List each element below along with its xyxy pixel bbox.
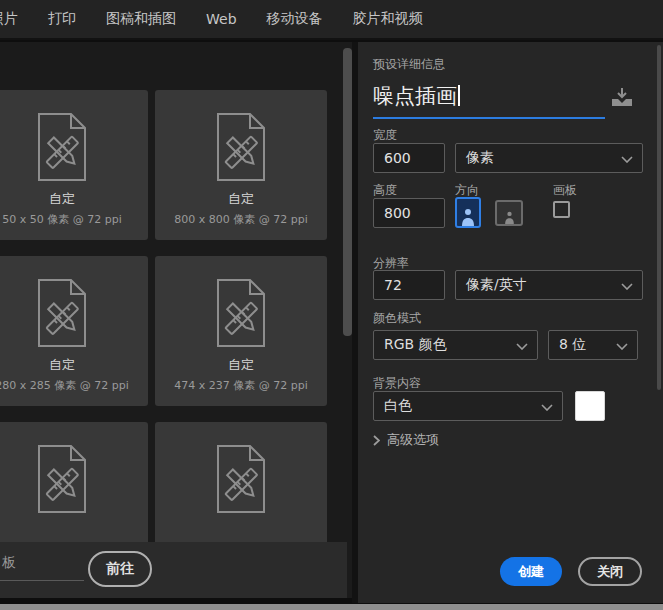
preset-dimensions: 280 x 285 像素 @ 72 ppi xyxy=(0,378,129,393)
document-title-input[interactable]: 噪点插画 xyxy=(373,82,605,119)
background-contents-dropdown[interactable]: 白色 xyxy=(373,391,563,421)
chevron-down-icon xyxy=(621,156,633,163)
document-icon xyxy=(35,112,89,182)
height-input[interactable] xyxy=(373,198,445,228)
save-preset-button[interactable] xyxy=(608,86,636,110)
go-button[interactable]: 前往 xyxy=(88,551,152,587)
tab-art-illustration[interactable]: 图稿和插图 xyxy=(106,10,176,28)
download-icon xyxy=(610,87,634,107)
bit-depth-dropdown[interactable]: 8 位 xyxy=(548,330,638,360)
color-mode-label: 颜色模式 xyxy=(373,310,421,327)
background-contents-label: 背景内容 xyxy=(373,375,421,392)
tab-print[interactable]: 打印 xyxy=(48,10,76,28)
portrait-person-icon xyxy=(461,208,475,226)
resolution-unit-dropdown[interactable]: 像素/英寸 xyxy=(455,270,643,300)
preset-card[interactable]: 自定 50 x 50 像素 @ 72 ppi xyxy=(0,90,148,240)
color-mode-dropdown[interactable]: RGB 颜色 xyxy=(373,330,538,360)
new-document-dialog: 照片 打印 图稿和插图 Web 移动设备 胶片和视频 自定 50 x 50 像素… xyxy=(0,0,663,610)
artboard-label: 画板 xyxy=(553,182,577,199)
width-input[interactable] xyxy=(373,143,445,173)
resolution-input[interactable] xyxy=(373,270,445,300)
artboard-checkbox[interactable] xyxy=(553,201,570,218)
template-search-input[interactable] xyxy=(0,580,84,581)
preset-category-tabs: 照片 打印 图稿和插图 Web 移动设备 胶片和视频 xyxy=(0,0,663,40)
width-label: 宽度 xyxy=(373,127,397,144)
tab-photo[interactable]: 照片 xyxy=(0,10,18,28)
advanced-options-toggle[interactable]: 高级选项 xyxy=(373,431,439,449)
background-color-swatch[interactable] xyxy=(575,391,605,421)
chevron-down-icon xyxy=(541,404,553,411)
close-button[interactable]: 关闭 xyxy=(578,557,642,586)
window-bottom-edge xyxy=(0,604,663,610)
document-icon xyxy=(35,278,89,348)
chevron-right-icon xyxy=(373,435,380,446)
orientation-portrait-button[interactable] xyxy=(455,197,481,228)
preset-name: 自定 xyxy=(49,190,75,208)
color-mode-value: RGB 颜色 xyxy=(384,336,447,354)
chevron-down-icon xyxy=(616,343,628,350)
document-icon xyxy=(35,444,89,514)
document-icon xyxy=(214,112,268,182)
preset-name: 自定 xyxy=(228,190,254,208)
tab-web[interactable]: Web xyxy=(206,11,237,27)
template-search-partial-label: 板 xyxy=(2,554,16,572)
preset-name: 自定 xyxy=(228,356,254,374)
preset-dimensions: 474 x 237 像素 @ 72 ppi xyxy=(174,378,308,393)
preset-details-panel: 预设详细信息 噪点插画 宽度 像素 高度 方向 画板 xyxy=(358,42,663,603)
stock-template-search-bar: 板 前往 xyxy=(0,542,347,598)
preset-card[interactable]: 自定 800 x 800 像素 @ 72 ppi xyxy=(155,90,327,240)
width-unit-value: 像素 xyxy=(466,149,494,167)
create-button[interactable]: 创建 xyxy=(500,557,562,586)
preset-name: 自定 xyxy=(49,356,75,374)
preset-card[interactable]: 自定 474 x 237 像素 @ 72 ppi xyxy=(155,256,327,406)
orientation-landscape-button[interactable] xyxy=(495,200,523,226)
width-unit-dropdown[interactable]: 像素 xyxy=(455,143,643,173)
document-icon xyxy=(214,444,268,514)
advanced-options-label: 高级选项 xyxy=(387,431,439,449)
preset-dimensions: 50 x 50 像素 @ 72 ppi xyxy=(2,212,122,227)
presets-panel: 自定 50 x 50 像素 @ 72 ppi 自定 800 x 800 像素 @… xyxy=(0,42,358,598)
preset-card[interactable]: 自定 280 x 285 像素 @ 72 ppi xyxy=(0,256,148,406)
text-cursor xyxy=(458,85,460,106)
height-label: 高度 xyxy=(373,182,397,199)
background-contents-value: 白色 xyxy=(384,397,412,415)
presets-scrollbar-thumb[interactable] xyxy=(343,48,352,336)
tab-mobile[interactable]: 移动设备 xyxy=(267,10,323,28)
bit-depth-value: 8 位 xyxy=(559,336,586,354)
details-scrollbar-thumb[interactable] xyxy=(657,45,661,390)
chevron-down-icon xyxy=(621,283,633,290)
resolution-unit-value: 像素/英寸 xyxy=(466,276,527,294)
preset-dimensions: 800 x 800 像素 @ 72 ppi xyxy=(174,212,308,227)
tab-film-video[interactable]: 胶片和视频 xyxy=(353,10,423,28)
landscape-person-icon xyxy=(504,211,515,224)
chevron-down-icon xyxy=(516,343,528,350)
details-header: 预设详细信息 xyxy=(373,56,445,73)
document-title-text: 噪点插画 xyxy=(373,84,457,108)
document-icon xyxy=(214,278,268,348)
